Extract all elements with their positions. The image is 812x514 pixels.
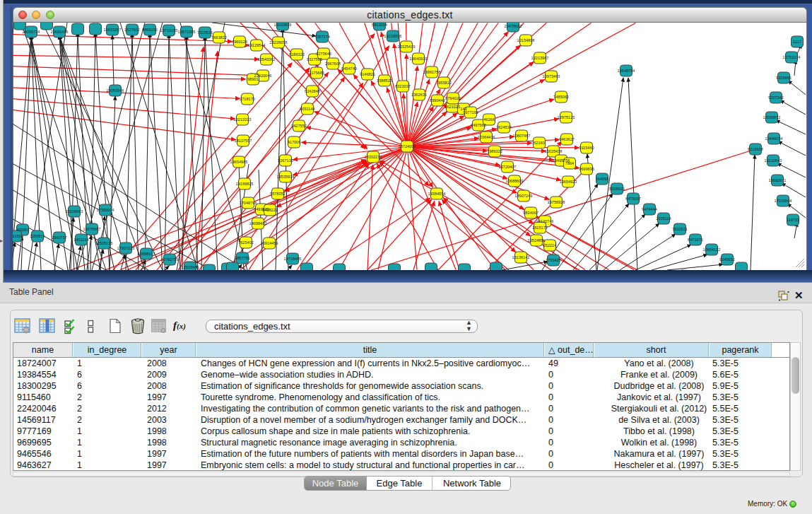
svg-text:13720407: 13720407 <box>499 165 517 169</box>
svg-text:10025438: 10025438 <box>545 149 563 153</box>
svg-text:7864: 7864 <box>565 161 574 165</box>
svg-text:16782759: 16782759 <box>161 257 179 262</box>
svg-text:10807487: 10807487 <box>513 134 531 138</box>
svg-text:9977169: 9977169 <box>463 110 478 115</box>
svg-text:13654923: 13654923 <box>560 180 577 184</box>
svg-text:12975125: 12975125 <box>558 115 575 119</box>
svg-text:16648784: 16648784 <box>618 69 635 73</box>
svg-text:7625402: 7625402 <box>238 240 254 245</box>
svg-text:2935114: 2935114 <box>656 216 671 221</box>
svg-text:9245652: 9245652 <box>719 257 735 262</box>
svg-text:62160: 62160 <box>534 141 545 145</box>
svg-text:10973493: 10973493 <box>543 74 560 78</box>
svg-text:6479197: 6479197 <box>625 197 641 201</box>
svg-text:5242848: 5242848 <box>305 89 320 93</box>
svg-text:12505135: 12505135 <box>95 241 113 245</box>
svg-text:9474444: 9474444 <box>642 207 657 211</box>
svg-text:9699695: 9699695 <box>579 167 594 171</box>
svg-text:9146821: 9146821 <box>360 72 375 76</box>
svg-text:18107557: 18107557 <box>235 139 252 143</box>
svg-text:12923466: 12923466 <box>182 265 199 269</box>
svg-text:18724007: 18724007 <box>399 144 416 148</box>
svg-text:8186323: 8186323 <box>289 52 305 57</box>
svg-text:8813054: 8813054 <box>372 23 387 27</box>
svg-text:16671385: 16671385 <box>178 30 196 34</box>
svg-text:417006: 417006 <box>288 140 301 144</box>
svg-text:10543362: 10543362 <box>258 57 276 62</box>
svg-text:15751074: 15751074 <box>783 55 801 59</box>
svg-text:98901: 98901 <box>247 77 259 81</box>
svg-text:252214: 252214 <box>543 243 557 247</box>
svg-text:17359934: 17359934 <box>97 208 114 212</box>
svg-text:8215958: 8215958 <box>748 147 763 151</box>
svg-text:9327505: 9327505 <box>307 57 322 62</box>
svg-text:10719185: 10719185 <box>160 28 178 33</box>
svg-text:2967608: 2967608 <box>325 62 341 66</box>
svg-text:9857791: 9857791 <box>235 256 250 260</box>
svg-text:8471676: 8471676 <box>688 238 703 242</box>
svg-text:23226058: 23226058 <box>270 40 288 45</box>
svg-text:12213967: 12213967 <box>531 56 549 60</box>
svg-text:7357274: 7357274 <box>314 35 330 39</box>
svg-text:16210643: 16210643 <box>765 158 782 163</box>
svg-text:6466160: 6466160 <box>142 28 158 32</box>
svg-text:1733426: 1733426 <box>546 258 561 262</box>
svg-text:10958107: 10958107 <box>138 252 155 256</box>
svg-text:1527602: 1527602 <box>124 28 140 32</box>
svg-text:9227342: 9227342 <box>768 95 784 100</box>
svg-text:10154808: 10154808 <box>517 38 535 42</box>
svg-text:8990443: 8990443 <box>430 98 445 103</box>
svg-text:1815172: 1815172 <box>532 226 548 230</box>
svg-text:7986322: 7986322 <box>487 149 502 153</box>
svg-text:19166825: 19166825 <box>236 182 254 186</box>
svg-text:18907249: 18907249 <box>515 194 533 198</box>
svg-text:16914459: 16914459 <box>261 241 278 245</box>
svg-text:19654985: 19654985 <box>230 160 248 164</box>
svg-text:1156819: 1156819 <box>30 234 45 238</box>
svg-text:12213313: 12213313 <box>234 117 252 122</box>
svg-text:1362635: 1362635 <box>411 93 427 97</box>
svg-text:9427552: 9427552 <box>291 124 307 128</box>
svg-text:19756928: 19756928 <box>548 200 565 204</box>
svg-text:16640910: 16640910 <box>410 57 428 61</box>
svg-text:5578352: 5578352 <box>270 192 286 196</box>
svg-text:20478682: 20478682 <box>505 24 522 28</box>
svg-text:3267130: 3267130 <box>278 158 293 163</box>
svg-text:3275646: 3275646 <box>316 52 331 56</box>
svg-text:15136141: 15136141 <box>512 255 530 259</box>
svg-text:1451194: 1451194 <box>73 238 88 242</box>
svg-text:15302273: 15302273 <box>365 155 382 159</box>
svg-text:1621025: 1621025 <box>445 105 460 109</box>
svg-text:7955812: 7955812 <box>436 81 452 85</box>
svg-text:20691406: 20691406 <box>51 30 69 34</box>
svg-text:12093872: 12093872 <box>763 115 781 119</box>
svg-text:164095: 164095 <box>596 177 609 181</box>
svg-text:17957223: 17957223 <box>117 246 135 250</box>
svg-text:13535934: 13535934 <box>277 175 295 179</box>
svg-text:2942737: 2942737 <box>52 235 67 240</box>
svg-text:24055724: 24055724 <box>23 30 40 34</box>
svg-text:19975887: 19975887 <box>83 227 101 231</box>
svg-text:2718170: 2718170 <box>240 97 255 101</box>
svg-text:20206563: 20206563 <box>66 209 83 214</box>
svg-text:20053346: 20053346 <box>107 88 124 93</box>
svg-text:7485063: 7485063 <box>553 95 569 99</box>
svg-text:16961758: 16961758 <box>423 70 441 74</box>
svg-text:8322037: 8322037 <box>395 84 411 88</box>
svg-text:19384554: 19384554 <box>428 192 446 196</box>
svg-text:17016504: 17016504 <box>775 199 792 203</box>
svg-text:19129544: 19129544 <box>248 43 266 47</box>
svg-text:3175685: 3175685 <box>309 71 324 75</box>
svg-text:14099483: 14099483 <box>249 221 267 226</box>
svg-text:6497566: 6497566 <box>471 123 486 127</box>
svg-text:10688609: 10688609 <box>506 179 524 183</box>
svg-text:8938925: 8938925 <box>609 187 625 191</box>
svg-text:13716485: 13716485 <box>284 257 302 261</box>
svg-text:6794023: 6794023 <box>445 96 461 100</box>
svg-text:116753: 116753 <box>787 218 799 222</box>
svg-text:13524851: 13524851 <box>528 238 546 243</box>
svg-text:7515526: 7515526 <box>197 30 213 35</box>
svg-text:39159: 39159 <box>13 234 21 238</box>
svg-text:19218506: 19218506 <box>384 34 402 38</box>
svg-text:9834067: 9834067 <box>523 211 539 215</box>
